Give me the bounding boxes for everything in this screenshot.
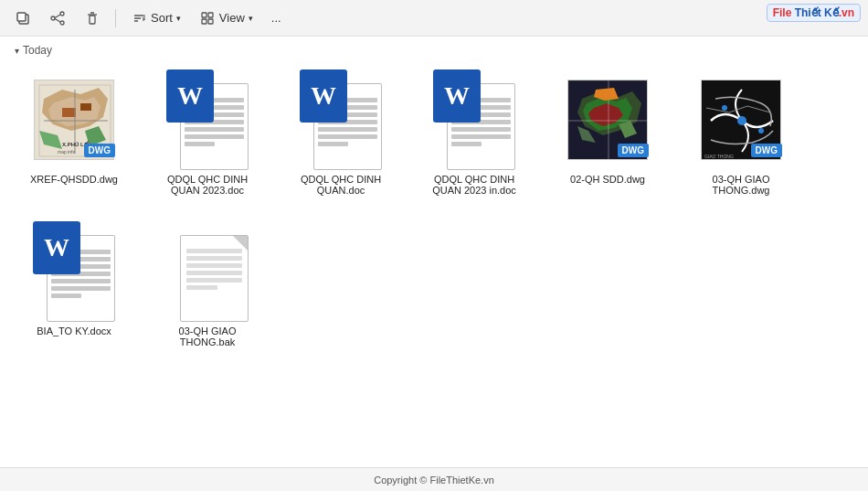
svg-rect-16 — [202, 19, 206, 24]
dwg-icon-xref: X.PHÚ LỢI map info DWG — [33, 69, 115, 170]
word-logo3: W — [433, 69, 481, 123]
copy-button[interactable] — [7, 6, 38, 30]
dwg-badge-qhgt: DWG — [751, 144, 782, 157]
view-icon — [199, 10, 216, 27]
file-item-qhgt[interactable]: GIAO THONG DWG 03-QH GIAO THONG.dwg — [682, 64, 800, 201]
file-name-bak: 03-QH GIAO THONG.bak — [153, 326, 261, 347]
file-item-qdql1[interactable]: W QDQL QHC DINH QUAN 2023.doc — [148, 64, 267, 201]
toolbar-separator — [115, 9, 116, 27]
word-icon-biato: W — [33, 221, 115, 322]
footer: Copyright © FileThietKe.vn — [0, 467, 868, 491]
file-item-biato[interactable]: W BIA_TO KY.docx — [15, 216, 133, 342]
share-icon — [49, 10, 66, 27]
svg-point-4 — [51, 16, 55, 20]
share-button[interactable] — [42, 6, 73, 30]
file-item-qdql3[interactable]: W QDQL QHC DINH QUAN 2023 in.doc — [415, 64, 534, 201]
bak-file-icon — [166, 221, 249, 322]
file-item-bak[interactable]: 03-QH GIAO THONG.bak — [148, 216, 267, 353]
svg-point-42 — [722, 105, 727, 111]
view-label: View — [219, 11, 245, 25]
word-icon-qdql1: W — [166, 69, 249, 170]
svg-rect-21 — [62, 108, 76, 117]
svg-point-43 — [758, 128, 764, 133]
svg-text:map info: map info — [58, 149, 75, 155]
logo-thiet: Thiết Kế — [791, 6, 838, 19]
svg-rect-14 — [202, 13, 206, 17]
bak-page — [180, 235, 249, 322]
svg-rect-15 — [208, 13, 213, 17]
word-logo2: W — [300, 69, 347, 123]
word-logo4: W — [33, 221, 80, 274]
file-name-qhsdd: 02-QH SDD.dwg — [570, 174, 645, 185]
toolbar: Sort ▾ View ▾ ... — [0, 0, 868, 37]
word-icon-qdql3: W — [433, 69, 515, 170]
file-item-xref[interactable]: X.PHÚ LỢI map info DWG XREF-QHSDD.dwg — [15, 64, 133, 190]
word-logo: W — [166, 69, 214, 123]
delete-button[interactable] — [77, 6, 108, 30]
dwg-icon-qhgt: GIAO THONG DWG — [700, 69, 782, 170]
svg-text:GIAO THONG: GIAO THONG — [704, 154, 734, 159]
svg-line-5 — [55, 15, 60, 18]
group-arrow: ▾ — [15, 46, 19, 56]
file-name-qhgt: 03-QH GIAO THONG.dwg — [687, 174, 795, 196]
dwg-icon-qhsdd: DWG — [566, 69, 649, 170]
file-grid: X.PHÚ LỢI map info DWG XREF-QHSDD.dwg — [15, 64, 853, 353]
view-chevron: ▾ — [249, 14, 253, 23]
svg-point-2 — [60, 12, 64, 16]
logo-domain: .vn — [839, 6, 854, 19]
svg-rect-22 — [80, 103, 91, 111]
file-name-qdql1: QDQL QHC DINH QUAN 2023.doc — [153, 174, 261, 196]
group-label-text: Today — [23, 44, 52, 57]
file-name-qdql2: QDQL QHC DINH QUAN.doc — [287, 174, 395, 196]
sort-label: Sort — [151, 11, 173, 25]
file-browser-content: ▾ Today X.P — [0, 37, 868, 467]
group-today: ▾ Today — [15, 44, 853, 57]
delete-icon — [84, 10, 101, 27]
svg-rect-1 — [17, 13, 26, 21]
dwg-badge-xref: DWG — [84, 144, 115, 157]
copyright-text: Copyright © FileThietKe.vn — [374, 475, 494, 486]
file-item-qdql2[interactable]: W QDQL QHC DINH QUAN.doc — [281, 64, 400, 201]
view-button[interactable]: View ▾ — [192, 6, 260, 30]
copy-icon — [15, 10, 31, 27]
word-icon-qdql2: W — [300, 69, 382, 170]
svg-line-6 — [55, 18, 60, 22]
svg-point-3 — [60, 21, 64, 25]
sort-icon — [131, 10, 147, 27]
logo-file: File — [773, 6, 792, 19]
svg-rect-7 — [90, 16, 95, 24]
file-name-qdql3: QDQL QHC DINH QUAN 2023 in.doc — [420, 174, 528, 196]
svg-point-41 — [737, 116, 746, 125]
file-name-xref: XREF-QHSDD.dwg — [30, 174, 118, 185]
dwg-badge-qhsdd: DWG — [618, 144, 649, 157]
logo-badge: File Thiết Kế.vn — [767, 4, 861, 22]
svg-rect-17 — [208, 19, 213, 24]
file-item-qhsdd[interactable]: DWG 02-QH SDD.dwg — [548, 64, 667, 190]
more-label: ... — [271, 11, 281, 25]
more-button[interactable]: ... — [264, 7, 289, 28]
file-name-biato: BIA_TO KY.docx — [37, 326, 111, 336]
sort-button[interactable]: Sort ▾ — [123, 6, 188, 30]
sort-chevron: ▾ — [176, 14, 181, 23]
